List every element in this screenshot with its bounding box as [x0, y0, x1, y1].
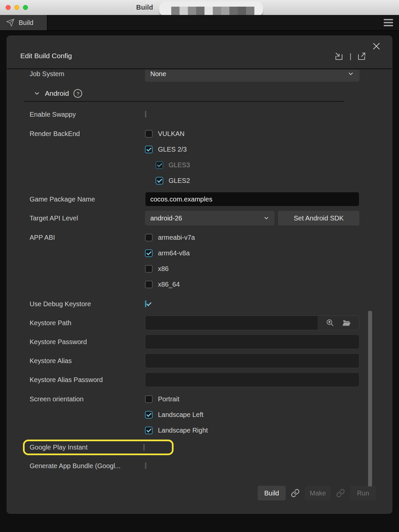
keystore-alias-input[interactable]	[145, 353, 359, 368]
generate-app-bundle-checkbox[interactable]	[145, 462, 146, 469]
run-button[interactable]: Run	[350, 486, 376, 500]
game-package-name-input[interactable]	[145, 192, 359, 206]
app-abi-option: x86_64	[145, 277, 359, 292]
minimize-window-button[interactable]	[14, 5, 19, 10]
render-backend-label: Render BackEnd	[30, 126, 145, 142]
gles23-checkbox[interactable]	[145, 146, 153, 153]
armeabi-v7a-checkbox[interactable]	[145, 234, 153, 241]
game-package-name-label: Game Package Name	[30, 196, 145, 203]
dialog-scroll-area[interactable]: Job System None Android ?	[7, 70, 392, 513]
render-backend-option: GLES3	[145, 157, 359, 173]
row-generate-app-bundle: Generate App Bundle (Googl...	[30, 459, 359, 473]
export-config-icon[interactable]	[357, 51, 367, 61]
redacted-text	[159, 1, 263, 15]
make-button[interactable]: Make	[305, 486, 331, 500]
row-keystore-alias-password: Keystore Alias Password	[30, 372, 359, 387]
x86-checkbox[interactable]	[145, 265, 153, 273]
screen-orientation-label: Screen orientation	[30, 391, 145, 407]
app-abi-option: arm64-v8a	[145, 245, 359, 261]
keystore-alias-password-input[interactable]	[145, 372, 359, 387]
screen-orientation-option: Landscape Right	[145, 423, 359, 438]
target-api-level-label: Target API Level	[30, 214, 145, 222]
row-game-package-name: Game Package Name	[30, 192, 359, 206]
row-screen-orientation: Screen orientation Portrait Landscape Le…	[30, 391, 359, 438]
row-keystore-path: Keystore Path	[30, 316, 359, 330]
row-use-debug-keystore: Use Debug Keystore	[30, 297, 359, 311]
screen-orientation-option: Landscape Left	[145, 407, 359, 423]
tab-bar: Build	[0, 15, 399, 31]
tab-build-label: Build	[19, 19, 33, 27]
section-divider	[24, 101, 344, 102]
row-app-abi: APP ABI armeabi-v7a arm64-v8a x86	[30, 230, 359, 292]
enable-swappy-checkbox[interactable]	[145, 111, 146, 118]
row-keystore-alias: Keystore Alias	[30, 353, 359, 368]
send-icon	[6, 18, 15, 27]
dialog-footer: Build Make Run	[30, 486, 376, 500]
render-backend-option: GLES 2/3	[145, 142, 359, 157]
chevron-down-icon	[263, 215, 269, 221]
close-window-button[interactable]	[6, 5, 11, 10]
dialog-header: Edit Build Config |	[7, 36, 392, 69]
vulkan-checkbox[interactable]	[145, 130, 153, 138]
link-icon-dim	[336, 488, 345, 498]
keystore-password-label: Keystore Password	[30, 338, 145, 346]
job-system-select[interactable]: None	[145, 70, 359, 82]
dialog-title: Edit Build Config	[20, 52, 72, 60]
app-abi-option: x86	[145, 261, 359, 277]
edit-build-config-dialog: Edit Build Config |	[7, 36, 392, 514]
build-window: Build Build Edit Build Config	[0, 0, 399, 532]
keystore-path-input[interactable]	[145, 316, 359, 330]
hamburger-menu-icon[interactable]	[384, 19, 393, 26]
row-job-system: Job System None	[30, 70, 359, 82]
enable-swappy-label: Enable Swappy	[30, 111, 145, 118]
use-debug-keystore-checkbox[interactable]	[145, 300, 146, 307]
render-backend-option: VULKAN	[145, 126, 359, 142]
android-section-title: Android	[45, 89, 69, 97]
arm64-v8a-checkbox[interactable]	[145, 249, 153, 257]
help-icon[interactable]: ?	[73, 89, 82, 98]
import-config-icon[interactable]	[334, 51, 344, 61]
link-icon	[291, 488, 300, 498]
close-icon[interactable]	[371, 41, 382, 52]
row-keystore-password: Keystore Password	[30, 334, 359, 349]
landscape-left-checkbox[interactable]	[145, 411, 153, 419]
header-divider: |	[349, 52, 351, 61]
row-target-api-level: Target API Level android-26 Set Android …	[30, 211, 359, 225]
google-play-instant-label: Google Play Instant	[30, 444, 143, 451]
render-backend-option: GLES2	[145, 173, 359, 189]
x86-64-checkbox[interactable]	[145, 281, 153, 288]
keystore-password-input[interactable]	[145, 334, 359, 349]
keystore-alias-password-label: Keystore Alias Password	[30, 376, 145, 384]
zoom-window-button[interactable]	[23, 5, 28, 10]
titlebar: Build	[0, 0, 399, 15]
row-google-play-instant-highlight: Google Play Instant	[23, 440, 174, 455]
folder-icon[interactable]	[341, 318, 351, 328]
gles3-checkbox[interactable]	[156, 161, 163, 169]
android-section-header[interactable]: Android ?	[34, 86, 359, 100]
app-abi-option: armeabi-v7a	[145, 230, 359, 245]
scrollbar-thumb[interactable]	[368, 311, 372, 486]
google-play-instant-checkbox[interactable]	[143, 444, 145, 451]
generate-app-bundle-label: Generate App Bundle (Googl...	[30, 462, 145, 470]
chevron-down-icon	[347, 70, 354, 77]
set-android-sdk-button[interactable]: Set Android SDK	[278, 211, 359, 225]
traffic-lights	[6, 5, 28, 10]
row-render-backend: Render BackEnd VULKAN GLES 2/3 GLES3	[30, 126, 359, 189]
tab-build[interactable]: Build	[0, 15, 48, 30]
keystore-path-label: Keystore Path	[30, 319, 145, 327]
row-enable-swappy: Enable Swappy	[30, 107, 359, 122]
chevron-down-icon	[34, 90, 40, 97]
build-button[interactable]: Build	[258, 486, 286, 500]
use-debug-keystore-label: Use Debug Keystore	[30, 300, 145, 308]
landscape-right-checkbox[interactable]	[145, 427, 153, 434]
job-system-label: Job System	[30, 70, 145, 78]
portrait-checkbox[interactable]	[145, 395, 153, 403]
app-abi-label: APP ABI	[30, 230, 145, 245]
search-location-icon[interactable]	[326, 318, 335, 328]
window-title: Build	[136, 4, 153, 11]
gles2-checkbox[interactable]	[156, 177, 163, 185]
target-api-level-select[interactable]: android-26	[145, 211, 275, 225]
screen-orientation-option: Portrait	[145, 391, 359, 407]
keystore-alias-label: Keystore Alias	[30, 357, 145, 365]
